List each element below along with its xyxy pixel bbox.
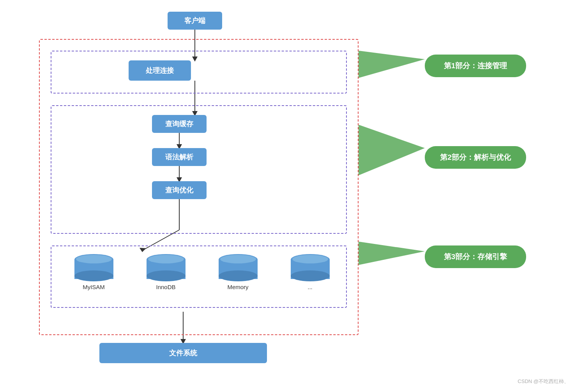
myisam-cylinder	[74, 254, 113, 281]
query-cache-label: 查询缓存	[165, 119, 193, 129]
query-optimize-box: 查询优化	[152, 181, 207, 199]
other-label: ...	[307, 284, 313, 290]
memory-label: Memory	[227, 284, 248, 290]
client-box: 客户端	[168, 12, 222, 30]
green-label-2: 第2部分：解析与优化	[425, 146, 526, 169]
myisam-engine: MyISAM	[74, 254, 113, 290]
svg-marker-15	[359, 125, 425, 175]
handle-connection-label: 处理连接	[146, 66, 174, 75]
query-cache-box: 查询缓存	[152, 115, 207, 133]
section1-box	[51, 51, 347, 94]
green-label-2-text: 第2部分：解析与优化	[440, 152, 511, 162]
green-label-3-text: 第3部分：存储引擎	[444, 252, 507, 262]
other-engine: ...	[291, 254, 330, 290]
file-system-label: 文件系统	[169, 348, 197, 358]
green-label-1-text: 第1部分：连接管理	[444, 61, 507, 71]
handle-connection-box: 处理连接	[129, 60, 191, 81]
query-optimize-label: 查询优化	[165, 185, 193, 195]
memory-engine: Memory	[219, 254, 258, 290]
memory-cylinder	[219, 254, 258, 281]
svg-marker-14	[359, 51, 425, 78]
green-label-3: 第3部分：存储引擎	[425, 245, 526, 268]
innodb-engine: InnoDB	[147, 254, 186, 290]
svg-marker-16	[359, 242, 425, 265]
syntax-parse-label: 语法解析	[165, 152, 193, 162]
diagram-container: 客户端 处理连接 查询缓存 语法解析 查询优化 MyISAM	[0, 0, 576, 392]
syntax-parse-box: 语法解析	[152, 148, 207, 166]
innodb-cylinder	[147, 254, 186, 281]
file-system-box: 文件系统	[99, 343, 267, 363]
green-label-1: 第1部分：连接管理	[425, 55, 526, 77]
watermark: CSDN @不吃西红柿、	[518, 378, 569, 385]
myisam-label: MyISAM	[83, 284, 105, 290]
other-cylinder	[291, 254, 330, 281]
innodb-label: InnoDB	[156, 284, 175, 290]
storage-engines-group: MyISAM InnoDB Memory	[58, 254, 346, 290]
client-label: 客户端	[184, 16, 205, 25]
